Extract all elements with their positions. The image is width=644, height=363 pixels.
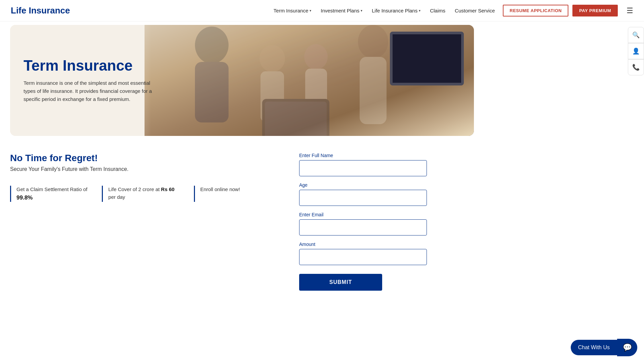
main-nav: Term Insurance ▾ Investment Plans ▾ Life… (274, 8, 495, 13)
hero-background: Term Insurance Term insurance is one of … (10, 25, 474, 136)
hero-image (145, 25, 474, 136)
search-sidebar-button[interactable]: 🔍 (628, 27, 644, 43)
chat-with-us-button[interactable]: Chat With Us (571, 340, 617, 355)
age-input[interactable] (299, 190, 427, 206)
search-icon: 🔍 (632, 31, 640, 39)
stat-highlight-2: Rs 60 (161, 186, 174, 192)
nav-customer-service[interactable]: Customer Service (455, 8, 495, 13)
left-content: No Time for Regret! Secure Your Family's… (10, 153, 286, 202)
form-area: Enter Full Name Age Enter Email Amount S… (299, 153, 427, 291)
nav-investment-plans[interactable]: Investment Plans ▾ (321, 8, 362, 13)
chat-bubble-icon: 💬 (623, 343, 632, 352)
amount-label: Amount (299, 242, 427, 247)
svg-rect-1 (195, 62, 229, 122)
header: Life Insurance Term Insurance ▾ Investme… (0, 0, 644, 22)
nav-term-insurance[interactable]: Term Insurance ▾ (274, 8, 311, 13)
user-icon: 👤 (632, 47, 640, 55)
email-label: Enter Email (299, 212, 427, 217)
nav-life-insurance-plans[interactable]: Life Insurance Plans ▾ (372, 8, 420, 13)
full-name-group: Enter Full Name (299, 153, 427, 176)
chevron-down-icon: ▾ (310, 9, 311, 12)
section-title: No Time for Regret! (10, 153, 286, 164)
section-subtitle: Secure Your Family's Future with Term In… (10, 166, 286, 172)
svg-point-0 (195, 27, 229, 64)
phone-icon: 📞 (632, 64, 640, 71)
stat-highlight-1: 99.8% (16, 194, 33, 201)
email-input[interactable] (299, 219, 427, 235)
chat-widget: Chat With Us 💬 (571, 339, 637, 356)
amount-input[interactable] (299, 249, 427, 265)
header-buttons: RESUME APPLICATION PAY PREMIUM ☰ (503, 5, 633, 16)
stat-life-cover: Life Cover of 2 crore at Rs 60 per day (102, 186, 180, 202)
submit-button[interactable]: SUBMIT (299, 274, 382, 291)
full-name-label: Enter Full Name (299, 153, 427, 158)
pay-premium-button[interactable]: PAY PREMIUM (572, 5, 618, 16)
right-sidebar: 🔍 👤 📞 (628, 27, 644, 75)
nav-claims[interactable]: Claims (430, 8, 445, 13)
full-name-input[interactable] (299, 160, 427, 176)
hero-content: Term Insurance Term insurance is one of … (24, 58, 158, 103)
main-content: No Time for Regret! Secure Your Family's… (0, 139, 644, 304)
chevron-down-icon: ▾ (419, 9, 420, 12)
chat-icon-button[interactable]: 💬 (617, 339, 637, 356)
svg-rect-3 (360, 57, 387, 124)
age-group: Age (299, 182, 427, 206)
logo: Life Insurance (11, 5, 70, 16)
hero-description: Term insurance is one of the simplest an… (24, 79, 158, 103)
svg-point-6 (304, 44, 328, 70)
stat-enroll: Enroll online now! (194, 186, 272, 202)
hero-title: Term Insurance (24, 58, 158, 74)
resume-application-button[interactable]: RESUME APPLICATION (503, 5, 568, 16)
svg-rect-9 (265, 102, 327, 136)
hero-section: Term Insurance Term insurance is one of … (10, 25, 474, 136)
age-label: Age (299, 182, 427, 188)
email-group: Enter Email (299, 212, 427, 235)
hamburger-menu-icon[interactable]: ☰ (627, 6, 633, 15)
chevron-down-icon: ▾ (361, 9, 362, 12)
svg-point-2 (358, 25, 388, 59)
user-sidebar-button[interactable]: 👤 (628, 43, 644, 59)
svg-point-4 (259, 45, 285, 72)
amount-group: Amount (299, 242, 427, 265)
phone-sidebar-button[interactable]: 📞 (628, 59, 644, 75)
stat-claim-settlement: Get a Claim Settlement Ratio of 99.8% (10, 186, 88, 202)
stats-row: Get a Claim Settlement Ratio of 99.8% Li… (10, 186, 286, 202)
